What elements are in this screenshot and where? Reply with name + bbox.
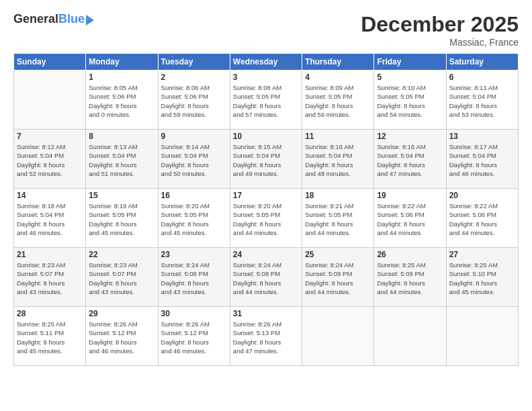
day-info: Sunrise: 8:24 AM Sunset: 5:09 PM Dayligh… (305, 261, 371, 296)
table-row: 19Sunrise: 8:22 AM Sunset: 5:06 PM Dayli… (374, 189, 446, 248)
day-number: 8 (89, 132, 154, 141)
day-number: 25 (305, 250, 371, 259)
table-row: 21Sunrise: 8:23 AM Sunset: 5:07 PM Dayli… (14, 248, 86, 307)
day-info: Sunrise: 8:22 AM Sunset: 5:06 PM Dayligh… (449, 201, 515, 237)
day-info: Sunrise: 8:19 AM Sunset: 5:05 PM Dayligh… (89, 201, 154, 237)
day-info: Sunrise: 8:25 AM Sunset: 5:10 PM Dayligh… (449, 261, 515, 296)
day-number: 28 (17, 309, 83, 318)
table-row: 15Sunrise: 8:19 AM Sunset: 5:05 PM Dayli… (86, 189, 158, 248)
day-info: Sunrise: 8:26 AM Sunset: 5:13 PM Dayligh… (233, 320, 299, 355)
day-number: 2 (161, 73, 227, 82)
day-info: Sunrise: 8:21 AM Sunset: 5:05 PM Dayligh… (305, 201, 371, 237)
table-row: 29Sunrise: 8:26 AM Sunset: 5:12 PM Dayli… (86, 307, 158, 366)
month-title: December 2025 (361, 12, 519, 37)
calendar-week-row: 7Sunrise: 8:12 AM Sunset: 5:04 PM Daylig… (14, 130, 519, 189)
header-tuesday: Tuesday (158, 54, 230, 71)
day-number: 17 (233, 191, 299, 200)
day-number: 7 (17, 132, 83, 141)
day-number: 6 (449, 73, 515, 82)
table-row: 26Sunrise: 8:25 AM Sunset: 5:09 PM Dayli… (374, 248, 446, 307)
day-info: Sunrise: 8:11 AM Sunset: 5:04 PM Dayligh… (449, 83, 515, 119)
day-info: Sunrise: 8:25 AM Sunset: 5:09 PM Dayligh… (377, 261, 443, 296)
day-info: Sunrise: 8:10 AM Sunset: 5:05 PM Dayligh… (377, 83, 443, 119)
day-info: Sunrise: 8:20 AM Sunset: 5:05 PM Dayligh… (161, 201, 227, 237)
table-row: 6Sunrise: 8:11 AM Sunset: 5:04 PM Daylig… (446, 71, 518, 130)
day-info: Sunrise: 8:09 AM Sunset: 5:05 PM Dayligh… (305, 83, 371, 119)
day-number: 9 (161, 132, 227, 141)
header-sunday: Sunday (14, 54, 86, 71)
table-row: 22Sunrise: 8:23 AM Sunset: 5:07 PM Dayli… (86, 248, 158, 307)
table-row: 20Sunrise: 8:22 AM Sunset: 5:06 PM Dayli… (446, 189, 518, 248)
day-info: Sunrise: 8:23 AM Sunset: 5:07 PM Dayligh… (17, 261, 83, 296)
table-row: 3Sunrise: 8:08 AM Sunset: 5:05 PM Daylig… (230, 71, 302, 130)
day-info: Sunrise: 8:08 AM Sunset: 5:05 PM Dayligh… (233, 83, 299, 119)
table-row: 23Sunrise: 8:24 AM Sunset: 5:08 PM Dayli… (158, 248, 230, 307)
day-info: Sunrise: 8:23 AM Sunset: 5:07 PM Dayligh… (89, 261, 154, 296)
table-row: 12Sunrise: 8:16 AM Sunset: 5:04 PM Dayli… (374, 130, 446, 189)
table-row: 9Sunrise: 8:14 AM Sunset: 5:04 PM Daylig… (158, 130, 230, 189)
header-thursday: Thursday (302, 54, 374, 71)
day-number: 29 (89, 309, 154, 318)
day-number: 24 (233, 250, 299, 259)
day-number: 30 (161, 309, 227, 318)
table-row: 16Sunrise: 8:20 AM Sunset: 5:05 PM Dayli… (158, 189, 230, 248)
day-number: 31 (233, 309, 299, 318)
table-row: 5Sunrise: 8:10 AM Sunset: 5:05 PM Daylig… (374, 71, 446, 130)
table-row (14, 71, 86, 130)
title-block: December 2025 Massiac, France (361, 12, 519, 48)
day-number: 22 (89, 250, 154, 259)
day-number: 15 (89, 191, 154, 200)
logo: General Blue (13, 12, 94, 26)
table-row: 11Sunrise: 8:16 AM Sunset: 5:04 PM Dayli… (302, 130, 374, 189)
table-row (446, 307, 518, 366)
calendar-week-row: 1Sunrise: 8:05 AM Sunset: 5:06 PM Daylig… (14, 71, 519, 130)
table-row: 7Sunrise: 8:12 AM Sunset: 5:04 PM Daylig… (14, 130, 86, 189)
day-info: Sunrise: 8:25 AM Sunset: 5:11 PM Dayligh… (17, 320, 83, 355)
day-number: 18 (305, 191, 371, 200)
header: General Blue December 2025 Massiac, Fran… (13, 12, 519, 48)
table-row: 10Sunrise: 8:15 AM Sunset: 5:04 PM Dayli… (230, 130, 302, 189)
day-number: 20 (449, 191, 515, 200)
table-row: 28Sunrise: 8:25 AM Sunset: 5:11 PM Dayli… (14, 307, 86, 366)
table-row: 18Sunrise: 8:21 AM Sunset: 5:05 PM Dayli… (302, 189, 374, 248)
header-saturday: Saturday (446, 54, 518, 71)
day-number: 19 (377, 191, 443, 200)
calendar-table: Sunday Monday Tuesday Wednesday Thursday… (13, 53, 519, 366)
day-info: Sunrise: 8:16 AM Sunset: 5:04 PM Dayligh… (377, 142, 443, 178)
table-row: 31Sunrise: 8:26 AM Sunset: 5:13 PM Dayli… (230, 307, 302, 366)
table-row: 1Sunrise: 8:05 AM Sunset: 5:06 PM Daylig… (86, 71, 158, 130)
day-number: 1 (89, 73, 154, 82)
logo-blue-text: Blue (58, 12, 85, 26)
day-number: 21 (17, 250, 83, 259)
day-info: Sunrise: 8:22 AM Sunset: 5:06 PM Dayligh… (377, 201, 443, 237)
day-info: Sunrise: 8:20 AM Sunset: 5:05 PM Dayligh… (233, 201, 299, 237)
day-number: 26 (377, 250, 443, 259)
logo-general-text: General (13, 12, 58, 26)
page: General Blue December 2025 Massiac, Fran… (0, 0, 532, 411)
day-info: Sunrise: 8:17 AM Sunset: 5:04 PM Dayligh… (449, 142, 515, 178)
day-info: Sunrise: 8:24 AM Sunset: 5:08 PM Dayligh… (161, 261, 227, 296)
table-row (302, 307, 374, 366)
calendar-week-row: 28Sunrise: 8:25 AM Sunset: 5:11 PM Dayli… (14, 307, 519, 366)
day-number: 4 (305, 73, 371, 82)
table-row: 14Sunrise: 8:18 AM Sunset: 5:04 PM Dayli… (14, 189, 86, 248)
table-row: 2Sunrise: 8:06 AM Sunset: 5:06 PM Daylig… (158, 71, 230, 130)
header-monday: Monday (86, 54, 158, 71)
day-info: Sunrise: 8:12 AM Sunset: 5:04 PM Dayligh… (17, 142, 83, 178)
day-info: Sunrise: 8:26 AM Sunset: 5:12 PM Dayligh… (89, 320, 154, 355)
day-info: Sunrise: 8:24 AM Sunset: 5:08 PM Dayligh… (233, 261, 299, 296)
day-info: Sunrise: 8:16 AM Sunset: 5:04 PM Dayligh… (305, 142, 371, 178)
day-number: 11 (305, 132, 371, 141)
table-row: 25Sunrise: 8:24 AM Sunset: 5:09 PM Dayli… (302, 248, 374, 307)
day-number: 3 (233, 73, 299, 82)
header-friday: Friday (374, 54, 446, 71)
calendar-week-row: 14Sunrise: 8:18 AM Sunset: 5:04 PM Dayli… (14, 189, 519, 248)
logo-arrow-icon (86, 15, 94, 26)
day-info: Sunrise: 8:06 AM Sunset: 5:06 PM Dayligh… (161, 83, 227, 119)
table-row: 8Sunrise: 8:13 AM Sunset: 5:04 PM Daylig… (86, 130, 158, 189)
day-number: 10 (233, 132, 299, 141)
day-number: 23 (161, 250, 227, 259)
day-info: Sunrise: 8:26 AM Sunset: 5:12 PM Dayligh… (161, 320, 227, 355)
day-number: 14 (17, 191, 83, 200)
day-number: 12 (377, 132, 443, 141)
